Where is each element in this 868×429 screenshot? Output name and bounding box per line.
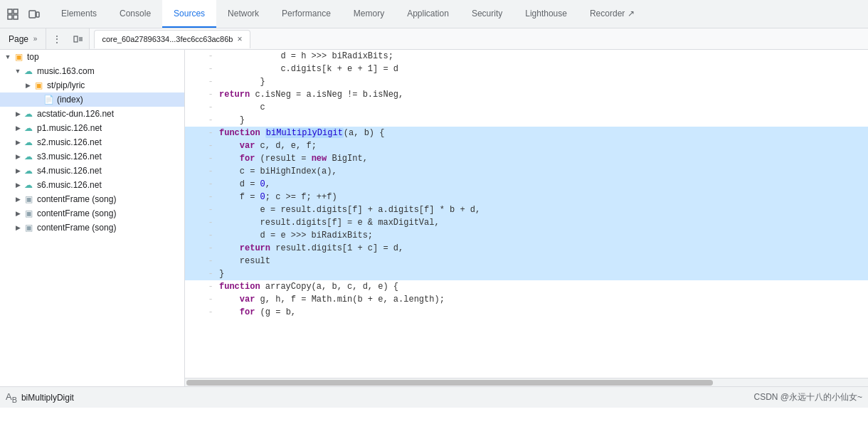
line-content: c — [216, 101, 265, 114]
device-icon[interactable] — [24, 4, 44, 24]
tab-memory[interactable]: Memory — [342, 0, 396, 28]
code-line: - f = 0; c >= f; ++f) — [185, 191, 868, 203]
line-dash: - — [205, 75, 216, 88]
code-panel[interactable]: - d = h >>> biRadixBits;- c.digits[k + e… — [185, 50, 868, 378]
panel-more-btn[interactable]: ⋮ — [46, 28, 68, 50]
sidebar-item-s3music[interactable]: ▶ ☁ s3.music.126.net — [0, 149, 184, 164]
tab-sources[interactable]: Sources — [162, 0, 216, 28]
file-tab[interactable]: core_60a27896334...3fec6cc63ac86b × — [94, 30, 250, 48]
svg-rect-0 — [8, 9, 12, 14]
tab-elements[interactable]: Elements — [50, 0, 108, 28]
bottom-search-value: biMultiplyDigit — [21, 393, 754, 403]
sidebar-label-acstatic: acstatic-dun.126.net — [37, 109, 114, 119]
cloud-icon-acstatic: ☁ — [23, 108, 34, 120]
devtools-icons — [3, 4, 44, 24]
scrollbar-track[interactable] — [186, 380, 713, 386]
code-line: - var c, d, e, f; — [185, 139, 868, 152]
code-line: - d = h >>> biRadixBits; — [185, 50, 868, 63]
cloud-icon-music163: ☁ — [23, 65, 34, 77]
line-dash: - — [205, 178, 216, 191]
arrow-music163: ▼ — [13, 68, 23, 75]
tab-performance[interactable]: Performance — [270, 0, 342, 28]
tab-application[interactable]: Application — [396, 0, 460, 28]
line-dash: - — [205, 268, 216, 280]
folder-icon-stpip: ▣ — [33, 80, 44, 91]
sidebar-item-music163[interactable]: ▼ ☁ music.163.com — [0, 64, 184, 78]
line-dash: - — [205, 293, 216, 306]
line-dash: - — [205, 229, 216, 242]
sidebar-label-stpip: st/pip/lyric — [47, 80, 85, 90]
line-dash: - — [205, 114, 216, 127]
line-dash: - — [205, 50, 216, 63]
sidebar-label-contentFrame3: contentFrame (song) — [37, 223, 116, 233]
panel-header-row: Page » ⋮ core_60a27896334...3fec6cc63ac8… — [0, 28, 868, 50]
main-tab-bar: Elements Console Sources Network Perform… — [50, 0, 646, 28]
sidebar-item-s4music[interactable]: ▶ ☁ s4.music.126.net — [0, 164, 184, 178]
line-dash: - — [205, 306, 216, 319]
horizontal-scrollbar[interactable] — [185, 378, 868, 386]
cloud-icon-p1music: ☁ — [23, 122, 34, 134]
arrow-contentFrame3: ▶ — [13, 224, 23, 231]
line-dash: - — [205, 152, 216, 165]
sidebar-item-contentFrame3[interactable]: ▶ ▣ contentFrame (song) — [0, 221, 184, 235]
line-content: c = biHighIndex(a), — [216, 165, 337, 178]
code-panel-container: - d = h >>> biRadixBits;- c.digits[k + e… — [185, 50, 868, 386]
code-line: - return result.digits[1 + c] = d, — [185, 242, 868, 255]
page-tab-section: Page » ⋮ — [0, 28, 90, 49]
sidebar-item-acstatic[interactable]: ▶ ☁ acstatic-dun.126.net — [0, 107, 184, 121]
tab-recorder[interactable]: Recorder ↗ — [578, 0, 646, 28]
file-tab-name: core_60a27896334...3fec6cc63ac86b — [102, 35, 233, 43]
line-content: for (result = new BigInt, — [216, 152, 368, 165]
sidebar-label-top: top — [27, 52, 39, 62]
folder-icon-top: ▣ — [13, 51, 24, 63]
bottom-right-label: CSDN @永远十八的小仙女~ — [753, 391, 862, 403]
code-line: - var g, h, f = Math.min(b + e, a.length… — [185, 293, 868, 306]
sidebar-item-stpip[interactable]: ▶ ▣ st/pip/lyric — [0, 78, 184, 92]
svg-rect-1 — [14, 9, 18, 14]
tab-network[interactable]: Network — [216, 0, 270, 28]
sidebar-label-s6music: s6.music.126.net — [37, 180, 102, 190]
line-dash: - — [205, 127, 216, 139]
scrollbar-thumb[interactable] — [186, 380, 713, 386]
sidebar-label-contentFrame2: contentFrame (song) — [37, 208, 116, 218]
tab-lighthouse[interactable]: Lighthouse — [514, 0, 578, 28]
arrow-s3music: ▶ — [13, 153, 23, 160]
file-tab-close-icon[interactable]: × — [237, 34, 242, 44]
sidebar-item-contentFrame1[interactable]: ▶ ▣ contentFrame (song) — [0, 192, 184, 206]
arrow-acstatic: ▶ — [13, 110, 23, 117]
sidebar-item-p1music[interactable]: ▶ ☁ p1.music.126.net — [0, 121, 184, 135]
code-lines: - d = h >>> biRadixBits;- c.digits[k + e… — [185, 50, 868, 319]
tab-console[interactable]: Console — [108, 0, 162, 28]
code-line: - for (result = new BigInt, — [185, 152, 868, 165]
code-line: - result — [185, 255, 868, 268]
sidebar-label-s2music: s2.music.126.net — [37, 137, 102, 147]
sidebar-item-top[interactable]: ▼ ▣ top — [0, 50, 184, 64]
line-content: result.digits[f] = e & maxDigitVal, — [216, 216, 440, 229]
line-dash: - — [205, 203, 216, 216]
sidebar-label-contentFrame1: contentFrame (song) — [37, 194, 116, 204]
line-dash: - — [205, 165, 216, 178]
tab-security[interactable]: Security — [460, 0, 514, 28]
sidebar-item-s2music[interactable]: ▶ ☁ s2.music.126.net — [0, 135, 184, 149]
code-line: -function biMultiplyDigit(a, b) { — [185, 127, 868, 139]
sidebar-item-contentFrame2[interactable]: ▶ ▣ contentFrame (song) — [0, 206, 184, 221]
panel-collapse-btn[interactable] — [68, 28, 89, 50]
svg-rect-5 — [36, 12, 39, 17]
line-content: return result.digits[1 + c] = d, — [216, 242, 403, 255]
top-toolbar: Elements Console Sources Network Perform… — [0, 0, 868, 28]
svg-rect-4 — [29, 11, 36, 18]
sidebar-label-s3music: s3.music.126.net — [37, 152, 102, 161]
code-line: - d = e >>> biRadixBits; — [185, 229, 868, 242]
line-content: e = result.digits[f] + a.digits[f] * b +… — [216, 203, 480, 216]
line-content: for (g = b, — [216, 306, 296, 319]
inspect-icon[interactable] — [3, 4, 23, 24]
file-icon-index: 📄 — [43, 94, 54, 105]
sidebar-item-s6music[interactable]: ▶ ☁ s6.music.126.net — [0, 178, 184, 192]
sidebar-item-index[interactable]: ▶ 📄 (index) — [0, 92, 184, 107]
code-line: - } — [185, 75, 868, 88]
line-dash: - — [205, 88, 216, 101]
page-tab[interactable]: Page » — [0, 28, 46, 49]
code-line: - result.digits[f] = e & maxDigitVal, — [185, 216, 868, 229]
line-dash: - — [205, 63, 216, 75]
code-line: -} — [185, 268, 868, 280]
